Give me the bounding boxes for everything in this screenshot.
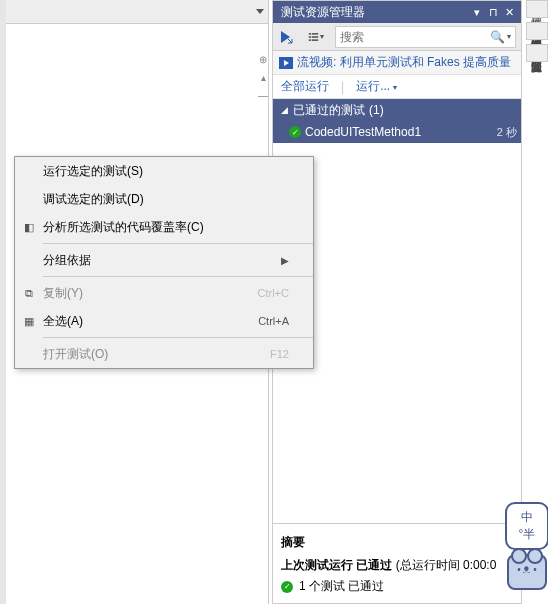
search-icon[interactable]: 🔍 bbox=[490, 30, 505, 44]
ctx-group-by[interactable]: 分组依据 ▶ bbox=[15, 246, 313, 274]
ctx-run-selected[interactable]: 运行选定的测试(S) bbox=[15, 157, 313, 185]
svg-rect-2 bbox=[309, 36, 311, 38]
mascot-text-top: 中 bbox=[521, 509, 533, 526]
list-icon bbox=[308, 30, 319, 44]
svg-rect-1 bbox=[312, 33, 318, 35]
ctx-shortcut: Ctrl+A bbox=[258, 315, 289, 327]
run-button[interactable] bbox=[275, 26, 297, 48]
ctx-label: 复制(Y) bbox=[43, 285, 258, 302]
line-icon: — bbox=[256, 88, 270, 102]
drag-handle-icon[interactable]: ⊕ bbox=[256, 52, 270, 66]
editor-gutter: ⊕ ▴ — bbox=[254, 52, 272, 102]
svg-rect-3 bbox=[312, 36, 318, 38]
pass-icon: ✓ bbox=[281, 581, 293, 593]
panel-titlebar[interactable]: 测试资源管理器 ▾ ⊓ ✕ bbox=[273, 1, 521, 23]
summary-pass-line: ✓ 1 个测试 已通过 bbox=[281, 578, 513, 595]
ctx-label: 全选(A) bbox=[43, 313, 258, 330]
ctx-label: 分组依据 bbox=[43, 252, 275, 269]
svg-rect-5 bbox=[312, 39, 318, 41]
run-all-link[interactable]: 全部运行 bbox=[281, 78, 329, 95]
search-input[interactable] bbox=[340, 30, 490, 44]
submenu-arrow-icon: ▶ bbox=[281, 255, 289, 266]
group-label: 已通过的测试 bbox=[293, 102, 365, 119]
run-links: 全部运行 | 运行... ▾ bbox=[273, 75, 521, 99]
chevron-down-icon[interactable]: ▾ bbox=[507, 32, 511, 41]
panel-title-text: 测试资源管理器 bbox=[281, 4, 469, 21]
group-count: (1) bbox=[369, 103, 384, 117]
svg-rect-4 bbox=[309, 39, 311, 41]
coverage-icon: ◧ bbox=[15, 221, 43, 234]
side-tabs: 属性 解决方案资源管理器 团队资源管理器 bbox=[526, 0, 548, 66]
side-tab-team-explorer[interactable]: 团队资源管理器 bbox=[526, 44, 548, 62]
ctx-label: 调试选定的测试(D) bbox=[43, 191, 289, 208]
group-button[interactable]: ▾ bbox=[305, 26, 327, 48]
ctx-label: 运行选定的测试(S) bbox=[43, 163, 289, 180]
ctx-open-test: 打开测试(O) F12 bbox=[15, 340, 313, 368]
dropdown-icon[interactable]: ▾ bbox=[469, 4, 485, 20]
test-group-header[interactable]: ◢ 已通过的测试 (1) bbox=[273, 99, 521, 121]
side-tab-solution-explorer[interactable]: 解决方案资源管理器 bbox=[526, 22, 548, 40]
test-name: CodedUITestMethod1 bbox=[305, 125, 497, 139]
summary-lastrun: 上次测试运行 已通过 (总运行时间 0:00:0 bbox=[281, 557, 513, 574]
lastrun-status: 已通过 bbox=[356, 558, 392, 572]
side-tab-properties[interactable]: 属性 bbox=[526, 0, 548, 18]
lastrun-time: (总运行时间 0:00:0 bbox=[396, 558, 497, 572]
search-box[interactable]: 🔍 ▾ bbox=[335, 26, 516, 48]
run-menu-text: 运行... bbox=[356, 79, 390, 93]
chevron-down-icon: ▾ bbox=[393, 83, 397, 92]
test-duration: 2 秒 bbox=[497, 125, 517, 140]
ctx-separator bbox=[43, 337, 313, 338]
select-all-icon: ▦ bbox=[15, 315, 43, 328]
collapse-up-icon[interactable]: ▴ bbox=[256, 70, 270, 84]
dropdown-icon[interactable] bbox=[256, 9, 264, 14]
pass-icon: ✓ bbox=[289, 126, 301, 138]
panel-toolbar: ▾ 🔍 ▾ bbox=[273, 23, 521, 51]
ctx-debug-selected[interactable]: 调试选定的测试(D) bbox=[15, 185, 313, 213]
video-link[interactable]: 流视频: 利用单元测试和 Fakes 提高质量 bbox=[273, 51, 521, 75]
ctx-select-all[interactable]: ▦ 全选(A) Ctrl+A bbox=[15, 307, 313, 335]
chevron-down-icon: ▾ bbox=[320, 32, 324, 41]
play-icon bbox=[279, 30, 293, 44]
svg-rect-0 bbox=[309, 33, 311, 35]
context-menu: 运行选定的测试(S) 调试选定的测试(D) ◧ 分析所选测试的代码覆盖率(C) … bbox=[14, 156, 314, 369]
run-menu-link[interactable]: 运行... ▾ bbox=[356, 78, 397, 95]
link-separator: | bbox=[341, 80, 344, 94]
ctx-separator bbox=[43, 243, 313, 244]
pass-text: 1 个测试 已通过 bbox=[299, 578, 384, 595]
lastrun-label: 上次测试运行 bbox=[281, 558, 353, 572]
video-link-text: 流视频: 利用单元测试和 Fakes 提高质量 bbox=[297, 54, 511, 71]
video-icon bbox=[279, 57, 293, 69]
ctx-label: 分析所选测试的代码覆盖率(C) bbox=[43, 219, 289, 236]
ctx-copy: ⧉ 复制(Y) Ctrl+C bbox=[15, 279, 313, 307]
test-row[interactable]: ✓ CodedUITestMethod1 2 秒 bbox=[273, 121, 521, 143]
summary-title: 摘要 bbox=[281, 534, 513, 551]
close-icon[interactable]: ✕ bbox=[501, 4, 517, 20]
ctx-shortcut: F12 bbox=[270, 348, 289, 360]
ctx-label: 打开测试(O) bbox=[43, 346, 270, 363]
summary-pane: 摘要 上次测试运行 已通过 (总运行时间 0:00:0 ✓ 1 个测试 已通过 bbox=[273, 523, 521, 603]
copy-icon: ⧉ bbox=[15, 287, 43, 300]
ctx-analyze-coverage[interactable]: ◧ 分析所选测试的代码覆盖率(C) bbox=[15, 213, 313, 241]
ctx-shortcut: Ctrl+C bbox=[258, 287, 289, 299]
pin-icon[interactable]: ⊓ bbox=[485, 4, 501, 20]
ctx-separator bbox=[43, 276, 313, 277]
expander-icon[interactable]: ◢ bbox=[279, 105, 289, 115]
editor-toolbar bbox=[6, 0, 268, 24]
